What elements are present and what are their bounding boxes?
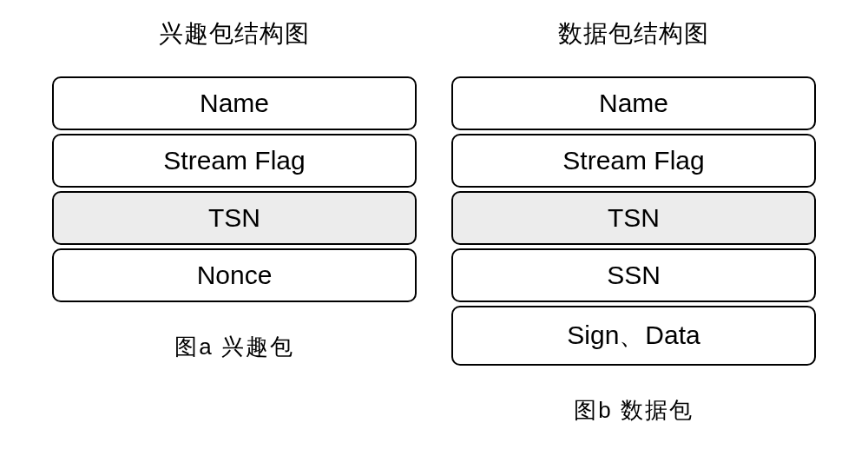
data-packet-stack: Name Stream Flag TSN SSN Sign、Data bbox=[451, 76, 816, 369]
data-packet-title: 数据包结构图 bbox=[558, 17, 709, 50]
interest-packet-caption: 图a 兴趣包 bbox=[174, 332, 294, 362]
data-field-sign-data: Sign、Data bbox=[451, 306, 816, 366]
data-field-stream-flag: Stream Flag bbox=[451, 134, 816, 188]
data-field-name: Name bbox=[451, 76, 816, 130]
interest-packet-stack: Name Stream Flag TSN Nonce bbox=[52, 76, 417, 306]
data-field-ssn: SSN bbox=[451, 248, 816, 302]
interest-field-name: Name bbox=[52, 76, 417, 130]
interest-packet-title: 兴趣包结构图 bbox=[159, 17, 310, 50]
data-field-tsn: TSN bbox=[451, 191, 816, 245]
data-packet-diagram: 数据包结构图 Name Stream Flag TSN SSN Sign、Dat… bbox=[451, 17, 816, 426]
interest-packet-diagram: 兴趣包结构图 Name Stream Flag TSN Nonce 图a 兴趣包 bbox=[52, 17, 417, 362]
interest-field-stream-flag: Stream Flag bbox=[52, 134, 417, 188]
interest-field-nonce: Nonce bbox=[52, 248, 417, 302]
interest-field-tsn: TSN bbox=[52, 191, 417, 245]
data-packet-caption: 图b 数据包 bbox=[574, 395, 694, 426]
